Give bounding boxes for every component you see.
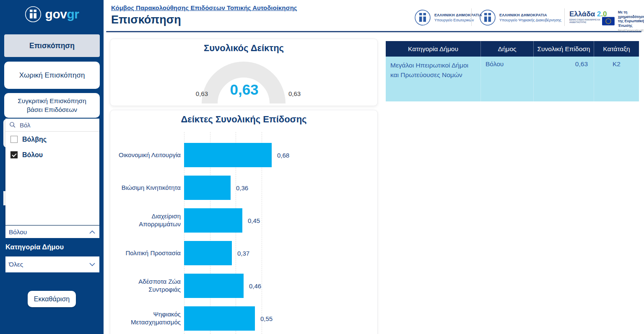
bar-value-label: 0,36 [236, 176, 248, 200]
greek-emblem-icon [479, 9, 496, 26]
greece-2-0-logo: Ελλάδα 2.0 ΕΘΝΙΚΟ ΣΧΕΔΙΟ ΑΝΑΚΑΜΨΗΣ ΚΑΙ Α… [569, 10, 607, 24]
bar-row: Αδέσποτα Ζώα Συντροφιάς0,46 [110, 274, 378, 298]
eu-flag-icon [602, 16, 615, 27]
table-cell: 0,63 [534, 57, 594, 101]
greek-emblem-icon [414, 9, 431, 26]
bar-category-label: Βιώσιμη Κινητικότητα [110, 176, 181, 200]
bar-row: Οικονομική Λειτουργία0,68 [110, 143, 378, 167]
bar-value-label: 0,37 [237, 241, 249, 265]
bar-value-label: 0,45 [248, 208, 260, 233]
bar-chart-title: Δείκτες Συνολικής Επίδοσης [110, 114, 377, 125]
bar-category-label: Ψηφιακός Μετασχηματισμός [110, 306, 181, 331]
gauge-max-label: 0,63 [288, 90, 301, 97]
greek-emblem-icon [25, 6, 42, 23]
bar-category-label: Αδέσποτα Ζώα Συντροφιάς [110, 274, 181, 298]
govgr-wordmark: govgr [45, 7, 79, 21]
checkbox-icon[interactable] [10, 151, 18, 158]
bar-category-label: Πολιτική Προστασία [110, 241, 181, 265]
bar-row: Πολιτική Προστασία0,37 [110, 241, 378, 265]
sidebar-item-overview[interactable]: Επισκόπηση [4, 34, 100, 57]
chevron-down-icon [89, 263, 95, 266]
table-header-row: Κατηγορία Δήμου Δήμος Συνολική Επίδοση Κ… [386, 41, 639, 57]
table-header[interactable]: Δήμος [481, 41, 534, 57]
logo-separator [564, 8, 565, 26]
ministry-name: ΕΛΛΗΝΙΚΗ ΔΗΜΟΚΡΑΤΙΑ [434, 13, 482, 17]
bar-value-label: 0,55 [260, 306, 273, 331]
sidebar-item-comparative-overview[interactable]: Συγκριτική Επισκόπηση βάσει Επιδόσεων [4, 93, 100, 118]
page-title: Επισκόπηση [111, 13, 181, 26]
bar-value-label: 0,46 [249, 274, 261, 298]
table-header[interactable]: Κατηγορία Δήμου [386, 41, 481, 57]
govgr-logo: govgr [0, 6, 104, 23]
category-select[interactable]: Όλες [5, 256, 99, 272]
table-header[interactable]: Κατάταξη [594, 41, 639, 57]
category-filter-label: Κατηγορία Δήμου [5, 243, 64, 251]
bar[interactable] [184, 274, 244, 298]
ministry-subname: Υπουργείο Εσωτερικών [434, 18, 482, 22]
eu-funding-logo: Με τη χρηματοδότηση της Ευρωπαϊκής Ένωση… [602, 10, 644, 32]
bar-category-label: Οικονομική Λειτουργία [110, 143, 181, 167]
bar[interactable] [184, 306, 255, 331]
bar-category-label: Διαχείριση Απορριμμάτων [110, 208, 181, 233]
checkbox-icon[interactable] [10, 136, 18, 143]
bar[interactable] [184, 241, 232, 265]
table-cell: Κ2 [594, 57, 639, 101]
bar[interactable] [184, 208, 242, 233]
search-input[interactable]: Βόλ [20, 122, 31, 129]
ministry-name: ΕΛΛΗΝΙΚΗ ΔΗΜΟΚΡΑΤΙΑ [499, 13, 561, 17]
table-row[interactable]: Μεγάλοι Ηπειρωτικοί Δήμοι και Πρωτεύουσε… [386, 57, 639, 101]
search-icon [9, 122, 16, 128]
performance-indices-card: Δείκτες Συνολικής Επίδοσης Οικονομική Λε… [110, 110, 378, 334]
table-cell: Βόλου [481, 57, 534, 101]
sidebar: govgr Επισκόπηση Χωρική Επισκόπηση Συγκρ… [0, 0, 104, 334]
bar[interactable] [184, 143, 272, 167]
ministry-digital-logo: ΕΛΛΗΝΙΚΗ ΔΗΜΟΚΡΑΤΙΑ Υπουργείο Ψηφιακής Δ… [479, 9, 561, 26]
gauge-min-label: 0,63 [188, 90, 208, 97]
bar-chart: Οικονομική Λειτουργία0,68Βιώσιμη Κινητικ… [110, 132, 378, 334]
table-header[interactable]: Συνολική Επίδοση [534, 41, 594, 57]
bar-row: Ψηφιακός Μετασχηματισμός0,55 [110, 306, 378, 331]
sidebar-item-spatial-overview[interactable]: Χωρική Επισκόπηση [4, 62, 100, 89]
municipality-select[interactable]: Βόλου [5, 225, 99, 238]
greece-2-0-subtext: ΕΘΝΙΚΟ ΣΧΕΔΙΟ ΑΝΑΚΑΜΨΗΣ ΚΑΙ ΑΝΘΕΚΤΙΚΟΤΗΤ… [569, 19, 603, 24]
logo-separator [471, 8, 472, 26]
bar-row: Διαχείριση Απορριμμάτων0,45 [110, 208, 378, 233]
performance-table: Κατηγορία Δήμου Δήμος Συνολική Επίδοση Κ… [386, 41, 639, 101]
bar-row: Βιώσιμη Κινητικότητα0,36 [110, 176, 378, 200]
option-volou[interactable]: Βόλου [5, 147, 99, 163]
municipality-dropdown-panel: Βόλ Βόλβης Βόλου [5, 119, 99, 225]
header-divider [106, 31, 641, 32]
option-label: Βόλβης [22, 136, 47, 143]
municipality-search[interactable]: Βόλ [5, 119, 99, 132]
bar[interactable] [184, 176, 231, 200]
ministry-subname: Υπουργείο Ψηφιακής Διακυβέρνησης [499, 18, 561, 22]
ministry-interior-logo: ΕΛΛΗΝΙΚΗ ΔΗΜΟΚΡΑΤΙΑ Υπουργείο Εσωτερικών [414, 9, 482, 26]
category-select-value: Όλες [9, 261, 23, 268]
bar-value-label: 0,68 [277, 143, 289, 167]
option-label: Βόλου [22, 151, 43, 159]
chevron-up-icon [89, 230, 95, 234]
gauge-value: 0,63 [110, 81, 378, 98]
municipality-select-value: Βόλου [9, 228, 27, 236]
table-cell: Μεγάλοι Ηπειρωτικοί Δήμοι και Πρωτεύουσε… [386, 57, 481, 101]
clear-filters-button[interactable]: Εκκαθάριση [28, 291, 76, 307]
overall-index-card: Συνολικός Δείκτης 0,63 0,63 0,63 [110, 39, 378, 106]
breadcrumb-link[interactable]: Κόμβος Παρακολούθησης Επιδόσεων Τοπικής … [111, 4, 297, 11]
option-volvis[interactable]: Βόλβης [5, 132, 99, 147]
